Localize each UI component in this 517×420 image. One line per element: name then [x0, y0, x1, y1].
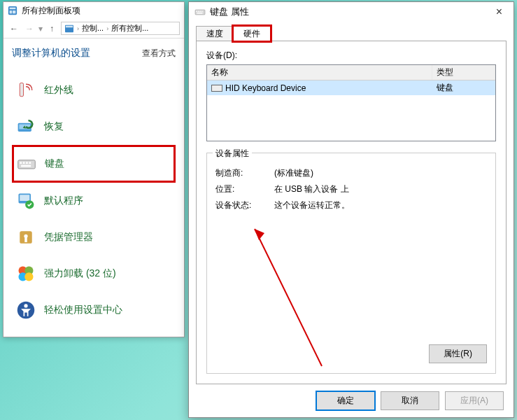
- credential-manager-icon: [16, 227, 36, 247]
- ok-button[interactable]: 确定: [316, 391, 375, 410]
- svg-rect-3: [13, 10, 15, 13]
- svg-rect-20: [24, 237, 27, 242]
- breadcrumb-level2[interactable]: 所有控制...: [111, 23, 148, 34]
- nav-back-button[interactable]: ←: [8, 24, 20, 34]
- keyboard-icon: [17, 154, 36, 174]
- breadcrumb[interactable]: › 控制... › 所有控制...: [61, 22, 180, 35]
- annotation-arrow-icon: [245, 219, 329, 373]
- cp-item-label: 强力卸载 (32 位): [44, 267, 116, 280]
- device-name: HID Keyboard Device: [225, 83, 306, 93]
- svg-point-26: [24, 304, 27, 307]
- status-label: 设备状态:: [215, 200, 274, 211]
- keyboard-properties-dialog[interactable]: 键盘 属性 × 速度 硬件 设备(D): 名称 类型 HID Keyboard …: [188, 1, 514, 418]
- apply-button[interactable]: 应用(A): [445, 391, 504, 410]
- svg-rect-12: [26, 162, 28, 164]
- svg-rect-5: [66, 25, 73, 27]
- table-header: 名称 类型: [207, 65, 495, 80]
- cp-item-credential-manager[interactable]: 凭据管理器: [12, 219, 176, 255]
- svg-rect-30: [200, 11, 201, 13]
- svg-point-24: [24, 272, 33, 281]
- control-panel-items-list: 红外线 恢复 键盘 默认程序: [12, 72, 176, 328]
- cp-item-recovery[interactable]: 恢复: [12, 108, 176, 145]
- svg-marker-34: [255, 229, 264, 240]
- tab-panel-hardware: 设备(D): 名称 类型 HID Keyboard Device 键盘 设备属性: [196, 41, 507, 384]
- cp-item-label: 凭据管理器: [44, 231, 93, 244]
- table-row[interactable]: HID Keyboard Device 键盘: [207, 80, 495, 95]
- svg-rect-16: [20, 195, 29, 201]
- infrared-icon: [16, 80, 36, 100]
- keyboard-row-icon: [211, 85, 222, 92]
- ease-of-access-icon: [16, 300, 36, 320]
- svg-rect-31: [201, 11, 203, 13]
- cp-item-label: 红外线: [44, 84, 73, 97]
- view-mode-label[interactable]: 查看方式: [142, 48, 176, 59]
- svg-rect-14: [21, 165, 31, 167]
- page-title: 调整计算机的设置: [12, 47, 90, 59]
- svg-rect-27: [195, 10, 205, 15]
- dialog-titlebar[interactable]: 键盘 属性 ×: [189, 2, 514, 22]
- chevron-right-icon: ›: [77, 25, 79, 32]
- devices-table[interactable]: 名称 类型 HID Keyboard Device 键盘: [206, 64, 496, 141]
- col-header-type[interactable]: 类型: [432, 65, 495, 80]
- dialog-title: 键盘 属性: [210, 6, 249, 18]
- cp-item-label: 恢复: [44, 120, 64, 133]
- tab-bar: 速度 硬件: [196, 26, 507, 41]
- cp-item-label: 默认程序: [44, 195, 83, 207]
- control-panel-titlebar: 所有控制面板项: [3, 2, 184, 19]
- svg-line-33: [255, 229, 322, 366]
- close-button[interactable]: ×: [490, 6, 508, 18]
- group-legend: 设备属性: [213, 148, 252, 160]
- cp-item-infrared[interactable]: 红外线: [12, 72, 176, 108]
- recovery-icon: [16, 117, 36, 136]
- device-properties-group: 设备属性 制造商: (标准键盘) 位置: 在 USB 输入设备 上 设备状态: …: [206, 153, 496, 374]
- breadcrumb-level1[interactable]: 控制...: [82, 23, 104, 34]
- default-programs-icon: [16, 191, 36, 211]
- cp-item-uninstall[interactable]: 强力卸载 (32 位): [12, 255, 176, 292]
- cancel-button[interactable]: 取消: [381, 391, 439, 410]
- svg-rect-10: [20, 162, 22, 164]
- svg-rect-6: [20, 83, 23, 97]
- cp-item-label: 轻松使用设置中心: [44, 304, 122, 316]
- svg-rect-2: [10, 10, 13, 13]
- manufacturer-value: (标准键盘): [274, 167, 487, 179]
- svg-rect-28: [197, 11, 198, 13]
- svg-rect-13: [29, 162, 31, 164]
- svg-rect-11: [23, 162, 25, 164]
- control-panel-window[interactable]: 所有控制面板项 ← → ▾ ↑ › 控制... › 所有控制... 调整计算机的…: [3, 1, 185, 337]
- cp-item-default-programs[interactable]: 默认程序: [12, 183, 176, 219]
- nav-separator: ▾: [38, 24, 43, 34]
- location-label: 位置:: [215, 183, 274, 195]
- control-panel-body: 调整计算机的设置 查看方式 红外线 恢复 键盘: [3, 38, 184, 337]
- control-panel-title: 所有控制面板项: [22, 5, 80, 17]
- cp-item-label: 键盘: [45, 158, 64, 170]
- svg-rect-32: [197, 13, 203, 14]
- svg-rect-29: [198, 11, 199, 13]
- svg-rect-9: [18, 160, 36, 169]
- dialog-keyboard-icon: [194, 6, 206, 18]
- device-properties-button[interactable]: 属性(R): [429, 344, 487, 363]
- manufacturer-label: 制造商:: [215, 167, 274, 179]
- cp-item-keyboard[interactable]: 键盘: [12, 145, 176, 183]
- uninstall-icon: [16, 264, 36, 284]
- status-value: 这个设备运转正常。: [274, 200, 487, 211]
- tab-speed[interactable]: 速度: [196, 26, 234, 41]
- cp-item-ease-of-access[interactable]: 轻松使用设置中心: [12, 292, 176, 328]
- dialog-body: 速度 硬件 设备(D): 名称 类型 HID Keyboard Device 键…: [189, 22, 514, 384]
- devices-label: 设备(D):: [206, 50, 496, 62]
- tab-hardware[interactable]: 硬件: [233, 26, 271, 41]
- dialog-buttons: 确定 取消 应用(A): [189, 384, 514, 417]
- col-header-name[interactable]: 名称: [207, 65, 432, 80]
- breadcrumb-icon: [64, 24, 74, 33]
- device-type: 键盘: [432, 80, 495, 95]
- location-value: 在 USB 输入设备 上: [274, 183, 487, 195]
- chevron-right-icon: ›: [106, 25, 108, 32]
- nav-forward-button[interactable]: →: [23, 24, 36, 34]
- nav-up-button[interactable]: ↑: [45, 24, 58, 34]
- svg-rect-1: [10, 8, 16, 10]
- control-panel-icon: [8, 6, 17, 15]
- control-panel-navbar[interactable]: ← → ▾ ↑ › 控制... › 所有控制...: [3, 19, 184, 38]
